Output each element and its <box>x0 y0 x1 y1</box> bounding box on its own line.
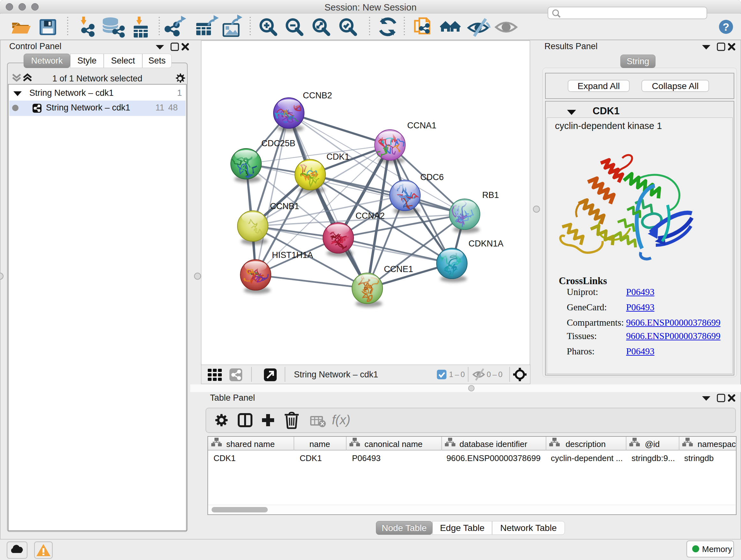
svg-text:CDKN1A: CDKN1A <box>468 239 503 248</box>
svg-text:CCNE1: CCNE1 <box>384 264 413 274</box>
svg-text:CCNB1: CCNB1 <box>270 201 299 211</box>
svg-text:CDC25B: CDC25B <box>261 138 295 148</box>
svg-text:CDC6: CDC6 <box>420 172 444 182</box>
svg-text:HIST1H1A: HIST1H1A <box>272 250 313 260</box>
svg-text:String Network – cdk1: String Network – cdk1 <box>294 370 378 379</box>
svg-text:1 – 0: 1 – 0 <box>449 370 465 379</box>
svg-text:0 – 0: 0 – 0 <box>487 370 502 379</box>
svg-text:Memory: Memory <box>702 544 732 554</box>
svg-text:CCNB2: CCNB2 <box>303 91 332 100</box>
svg-text:CDK1: CDK1 <box>327 152 349 162</box>
svg-text:CCNA1: CCNA1 <box>407 121 436 130</box>
svg-text:?: ? <box>723 21 730 33</box>
svg-text:f(x): f(x) <box>332 413 350 427</box>
svg-text:RB1: RB1 <box>482 190 499 200</box>
svg-text:CCNA2: CCNA2 <box>355 211 385 221</box>
